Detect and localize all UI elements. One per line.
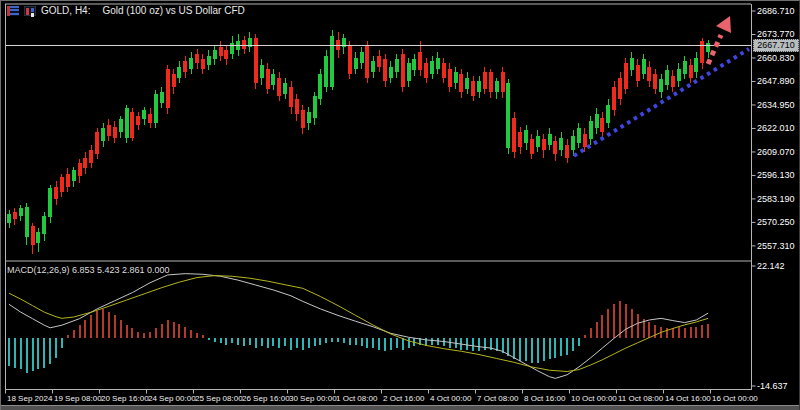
macd-pane[interactable]	[5, 262, 751, 389]
current-price-tag: 2667.710	[753, 39, 799, 52]
chart-title: GOLD, H4: Gold (100 oz) vs US Dollar CFD	[7, 5, 245, 16]
price-chart-pane[interactable]	[5, 4, 751, 261]
chart-window: GOLD, H4: Gold (100 oz) vs US Dollar CFD…	[0, 0, 800, 410]
price-axis[interactable]	[752, 4, 799, 390]
symbol-description-label: Gold (100 oz) vs US Dollar CFD	[102, 5, 244, 16]
chart-icon	[24, 6, 36, 16]
grid-icon	[7, 6, 19, 16]
macd-indicator-label: MACD(12,26,9) 6.853 5.423 2.861 0.000	[7, 265, 170, 275]
symbol-timeframe-label: GOLD, H4:	[41, 5, 90, 16]
time-axis[interactable]	[1, 390, 800, 405]
window-bottom-border	[1, 405, 800, 410]
